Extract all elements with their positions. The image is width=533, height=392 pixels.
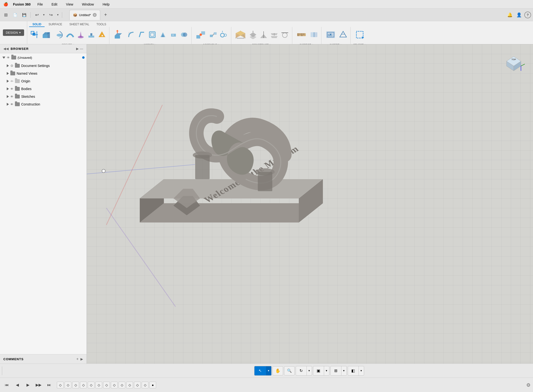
anim-prev-frame[interactable]: ◀: [13, 381, 22, 389]
sidebar-options-icon[interactable]: —: [80, 47, 83, 51]
tab-surface[interactable]: SURFACE: [45, 22, 66, 27]
sidebar-item-sketches[interactable]: 👁 Sketches: [0, 93, 87, 100]
construct-main-icon[interactable]: [234, 28, 247, 41]
account-icon[interactable]: 👤: [515, 11, 523, 19]
settings-gear-icon[interactable]: ⚙: [526, 382, 531, 388]
anim-skip-end[interactable]: ⏭: [45, 381, 53, 389]
grid-dropdown[interactable]: ▼: [341, 366, 346, 375]
collapse-panel-icon[interactable]: ◀◀: [3, 47, 9, 51]
sweep-icon[interactable]: [65, 30, 75, 39]
expand-arrow-unsaved[interactable]: [2, 57, 5, 59]
display-mode-btn[interactable]: ▣: [313, 366, 324, 375]
move-icon[interactable]: +: [169, 30, 178, 39]
help-icon[interactable]: ?: [524, 12, 531, 18]
expand-arrow-namedviews[interactable]: [7, 72, 9, 75]
measure-icon[interactable]: [295, 28, 308, 41]
fillet-icon[interactable]: [126, 30, 136, 39]
tab-close[interactable]: ✕: [93, 13, 97, 17]
tangent-plane-icon[interactable]: [280, 30, 290, 39]
undo-icon[interactable]: ↩: [33, 11, 41, 19]
keyframe-icon-10[interactable]: ◇: [126, 382, 133, 388]
view-cube-btn[interactable]: ◧: [348, 366, 359, 375]
zoom-tool-btn[interactable]: 🔍: [284, 366, 295, 375]
keyframe-icon-3[interactable]: ◇: [72, 382, 79, 388]
anim-next-frame[interactable]: ▶▶: [34, 381, 43, 389]
keyframe-icon-11[interactable]: ◇: [134, 382, 141, 388]
sidebar-resize-handle[interactable]: [2, 366, 2, 375]
create-more-icon[interactable]: ★: [97, 30, 107, 39]
pan-tool-btn[interactable]: ✋: [273, 366, 283, 375]
redo-icon[interactable]: ↪: [47, 11, 55, 19]
mid-plane-icon[interactable]: [269, 30, 279, 39]
sidebar-item-bodies[interactable]: 👁 Bodies: [0, 85, 87, 93]
keyframe-icon-8[interactable]: ◇: [111, 382, 118, 388]
anim-play[interactable]: ▶: [24, 381, 32, 389]
keyframe-icon-6[interactable]: ◇: [95, 382, 102, 388]
comments-expand-icon[interactable]: ▶: [80, 357, 83, 361]
keyframe-icon-5[interactable]: ◇: [88, 382, 94, 388]
visibility-eye-origin[interactable]: 👁: [10, 79, 13, 83]
viewcube-container[interactable]: TOP: [502, 52, 526, 76]
sidebar-item-unsaved[interactable]: 👁 (Unsaved): [0, 53, 87, 62]
keyframe-icon-7[interactable]: ◇: [103, 382, 110, 388]
tab-sheet-metal[interactable]: SHEET METAL: [66, 22, 93, 27]
orbit-tool-dropdown[interactable]: ▼: [306, 366, 312, 375]
expand-arrow-origin[interactable]: [7, 80, 9, 83]
insert-main-icon[interactable]: IMG: [324, 28, 337, 41]
new-tab-btn[interactable]: +: [102, 11, 109, 19]
insert-mesh-icon[interactable]: [338, 30, 348, 39]
plane-offset-icon[interactable]: [248, 30, 258, 39]
grid-btn[interactable]: ⊞: [331, 366, 341, 375]
rib-icon[interactable]: [87, 30, 96, 39]
expand-arrow-sketches[interactable]: [7, 95, 9, 98]
visibility-eye-unsaved[interactable]: 👁: [7, 56, 10, 59]
orbit-tool-btn[interactable]: ↻: [296, 366, 306, 375]
draft-icon[interactable]: [158, 30, 168, 39]
new-file-icon[interactable]: 📄: [11, 11, 19, 19]
view-cube-dropdown[interactable]: ▼: [359, 366, 364, 375]
main-tab[interactable]: 📦 Untitled* ✕: [69, 10, 100, 20]
design-button[interactable]: DESIGN ▼: [3, 29, 24, 36]
keyframe-icon-2[interactable]: ◇: [65, 382, 71, 388]
plane-angle-icon[interactable]: [259, 30, 268, 39]
tab-tools[interactable]: TOOLS: [93, 22, 109, 27]
save-icon[interactable]: 💾: [20, 11, 28, 19]
keyframe-icon-12[interactable]: ◇: [142, 382, 148, 388]
undo-dropdown[interactable]: ▼: [42, 11, 46, 19]
notifications-icon[interactable]: 🔔: [506, 11, 514, 19]
shell-icon[interactable]: [147, 30, 157, 39]
anim-skip-start[interactable]: ⏮: [2, 381, 11, 389]
sidebar-item-doc-settings[interactable]: ⚙ Document Settings: [0, 62, 87, 70]
loft-icon[interactable]: [76, 30, 86, 39]
menu-view[interactable]: View: [64, 2, 75, 7]
tab-solid[interactable]: SOLID: [29, 22, 45, 27]
visibility-eye-sketches[interactable]: 👁: [10, 95, 13, 98]
keyframe-icon-9[interactable]: ◇: [119, 382, 125, 388]
redo-dropdown[interactable]: ▼: [56, 11, 60, 19]
expand-arrow-bodies[interactable]: [7, 87, 9, 90]
sidebar-item-named-views[interactable]: Named Views: [0, 70, 87, 77]
menu-edit[interactable]: Edit: [50, 2, 59, 7]
keyframe-icon-4[interactable]: ◇: [80, 382, 87, 388]
display-mode-dropdown[interactable]: ▼: [324, 366, 329, 375]
joint-icon[interactable]: [194, 28, 207, 41]
rigid-group-icon[interactable]: [208, 30, 218, 39]
new-component-icon[interactable]: [30, 30, 39, 39]
menu-file[interactable]: File: [35, 2, 45, 7]
viewport[interactable]: Welcome to the Museum: [87, 44, 533, 364]
chamfer-icon[interactable]: [137, 30, 147, 39]
select-box-icon[interactable]: [353, 28, 366, 41]
apple-menu[interactable]: 🍎: [3, 2, 8, 7]
visibility-eye-bodies[interactable]: 👁: [10, 87, 13, 91]
sidebar-item-construction[interactable]: 👁 Construction: [0, 100, 87, 108]
expand-panel-icon[interactable]: ▶: [76, 47, 79, 51]
visibility-eye-construction[interactable]: 👁: [10, 103, 13, 106]
select-tool-dropdown[interactable]: ▼: [266, 366, 271, 375]
section-analysis-icon[interactable]: [309, 30, 319, 39]
combine-icon[interactable]: [179, 30, 189, 39]
extrude-icon[interactable]: [40, 28, 54, 41]
expand-arrow-docsettings[interactable]: [7, 64, 9, 67]
comments-bar[interactable]: COMMENTS + ▶: [0, 354, 87, 364]
press-pull-icon[interactable]: [112, 28, 125, 41]
drive-icon[interactable]: [219, 30, 229, 39]
